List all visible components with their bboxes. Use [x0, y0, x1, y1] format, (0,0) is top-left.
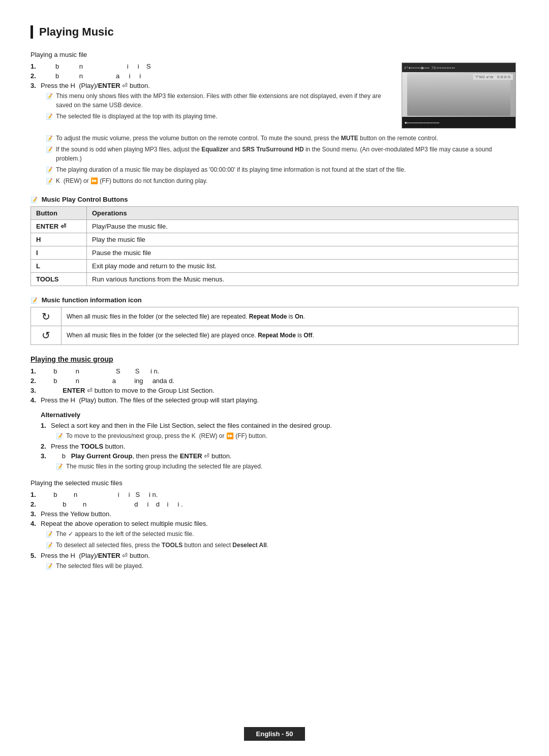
sel-note-1: 📝 The ✓ appears to the left of the selec…	[46, 529, 518, 539]
note-text-5: The playing duration of a music file may…	[56, 165, 406, 174]
step-3: 3. Press the H (Play)/ENTER ⏎ button.	[30, 82, 391, 89]
playing-selected-label: Playing the selected music files	[30, 479, 518, 487]
icon-table: ↻ When all music files in the folder (or…	[30, 307, 518, 345]
note-icon-alt-1: 📝	[56, 432, 63, 440]
group-step-4: 4. Press the H (Play) button. The files …	[30, 396, 518, 404]
icon-loop-on: ↻	[31, 307, 62, 326]
btn-tools: TOOLS	[31, 273, 87, 286]
note-text-2: The selected file is displayed at the to…	[56, 112, 218, 121]
btn-enter: ENTER ⏎	[31, 220, 87, 233]
sel-step-4: 4. Repeat the above operation to select …	[30, 520, 518, 527]
tv-bottom-bar: ■▪▪▪▪▪▪▪▪▪▪▪▪▪▪▪▪▪▪▪▪▪▪▪	[402, 117, 515, 128]
alt-note-1-text: To move to the previous/next group, pres…	[66, 431, 267, 440]
note-4: 📝 If the sound is odd when playing MP3 f…	[46, 145, 518, 163]
sel-step-1: 1. b n i i S i n.	[30, 491, 518, 498]
btn-i: I	[31, 246, 87, 260]
alt-step-3-text: b Play Gurrent Group, then press the ENT…	[51, 452, 232, 460]
playing-group-title: Playing the music group	[30, 355, 518, 363]
icon-table-row-1: ↻ When all music files in the folder (or…	[31, 307, 518, 326]
group-step-3-num: 3.	[30, 387, 41, 394]
sel-note-3: 📝 The selected files will be played.	[46, 561, 518, 571]
note-icon-5: 📝	[46, 166, 53, 174]
sel-note-3-text: The selected files will be played.	[56, 561, 143, 571]
note-icon-func: 📝	[30, 297, 38, 303]
step-2-num: 2.	[30, 72, 41, 80]
music-control-header-text: Music Play Control Buttons	[42, 196, 128, 203]
group-step-2: 2. b n a ing anda d.	[30, 377, 518, 385]
top-left-content: 1. b n i i S 2. b n a i i 3.	[30, 62, 391, 129]
sel-step-4-num: 4.	[30, 520, 41, 527]
sel-step-3-num: 3.	[30, 510, 41, 518]
note-icon-6: 📝	[46, 177, 53, 185]
table-row: ENTER ⏎ Play/Pause the music file.	[31, 220, 518, 233]
op-tools: Run various functions from the Music men…	[87, 273, 518, 286]
group-step-2-num: 2.	[30, 377, 41, 385]
table-row: TOOLS Run various functions from the Mus…	[31, 273, 518, 286]
note-5: 📝 The playing duration of a music file m…	[46, 165, 518, 174]
note-text-3: To adjust the music volume, press the vo…	[56, 134, 438, 143]
sel-step-4-text: Repeat the above operation to select mul…	[41, 520, 208, 527]
playing-a-music-file-section: Playing a music file 1. b n i i S 2. b n	[30, 51, 518, 185]
icon-loop-off-text: When all music files in the folder (or t…	[62, 326, 518, 345]
music-function-icon-section: 📝 Music function information icon ↻ When…	[30, 296, 518, 345]
btn-h: H	[31, 233, 87, 246]
note-text-4: If the sound is odd when playing MP3 fil…	[56, 145, 518, 163]
page-footer: English - 50	[0, 727, 549, 741]
sel-step-2-text: b n d i d i i .	[41, 500, 183, 508]
op-h: Play the music file	[87, 233, 518, 246]
col-operations: Operations	[87, 207, 518, 220]
alt-step-1: 1. Select a sort key and then in the Fil…	[41, 422, 518, 429]
step-1: 1. b n i i S	[30, 62, 391, 70]
note-icon-sel-3: 📝	[46, 562, 53, 571]
note-icon-4: 📝	[46, 145, 53, 154]
alt-step-2-text: Press the TOOLS button.	[51, 443, 125, 450]
icon-loop-off: ↺	[31, 326, 62, 345]
tv-bottom-bar-text: ■▪▪▪▪▪▪▪▪▪▪▪▪▪▪▪▪▪▪▪▪▪▪▪	[405, 121, 440, 124]
alt-note-1: 📝 To move to the previous/next group, pr…	[56, 431, 518, 440]
page-title: Playing Music	[30, 25, 518, 39]
note-text-1: This menu only shows files with the MP3 …	[56, 91, 391, 110]
alternatively-section: Alternatively 1. Select a sort key and t…	[41, 411, 518, 471]
step-3-num: 3.	[30, 82, 41, 89]
note-1: 📝 This menu only shows files with the MP…	[46, 91, 391, 110]
playing-selected-music-files-section: Playing the selected music files 1. b n …	[30, 479, 518, 571]
tv-top-bar-text: #*●▪▪▪▪▪▪▶▪▪▪ 7E▪▪▪▪▪▪▪▪▪▪▪	[404, 66, 455, 70]
tv-side-info: 'T'W2 a"dr S:8:8:S:	[473, 74, 513, 80]
playing-a-music-file-label: Playing a music file	[30, 51, 518, 58]
note-icon-2: 📝	[46, 112, 53, 121]
note-text-6: K (REW) or ⏩ (FF) buttons do not functio…	[56, 176, 207, 185]
group-step-3: 3. ENTER ⏎ button to move to the Group L…	[30, 387, 518, 394]
sel-step-1-text: b n i i S i n.	[41, 491, 158, 498]
top-section: 1. b n i i S 2. b n a i i 3.	[30, 62, 518, 129]
icon-table-row-2: ↺ When all music files in the folder (or…	[31, 326, 518, 345]
alt-step-3-num: 3.	[41, 452, 51, 460]
control-table: Button Operations ENTER ⏎ Play/Pause the…	[30, 206, 518, 286]
music-play-control-section: 📝 Music Play Control Buttons Button Oper…	[30, 196, 518, 286]
sel-step-1-num: 1.	[30, 491, 41, 498]
group-step-3-text: ENTER ⏎ button to move to the Group List…	[41, 387, 215, 394]
alt-step-3: 3. b Play Gurrent Group, then press the …	[41, 452, 518, 460]
table-row: I Pause the music file	[31, 246, 518, 260]
step-1-text: b n i i S	[41, 62, 151, 70]
note-icon-sel-1: 📝	[46, 530, 53, 539]
control-table-header-row: Button Operations	[31, 207, 518, 220]
op-i: Pause the music file	[87, 246, 518, 260]
note-icon-3: 📝	[46, 134, 53, 143]
op-enter: Play/Pause the music file.	[87, 220, 518, 233]
note-icon-1: 📝	[46, 92, 53, 101]
table-row: L Exit play mode and return to the music…	[31, 260, 518, 273]
group-step-1-text: b n S S i n.	[41, 367, 159, 375]
btn-l: L	[31, 260, 87, 273]
tv-screenshot-container: #*●▪▪▪▪▪▪▶▪▪▪ 7E▪▪▪▪▪▪▪▪▪▪▪ 'T'W2 a"dr S…	[402, 62, 518, 129]
icon-loop-on-text: When all music files in the folder (or t…	[62, 307, 518, 326]
music-function-header: 📝 Music function information icon	[30, 296, 518, 304]
sel-note-2-text: To deselect all selected files, press th…	[56, 541, 268, 550]
alt-step-1-text: Select a sort key and then in the File L…	[51, 422, 332, 429]
sel-note-1-text: The ✓ appears to the left of the selecte…	[56, 529, 194, 539]
step-2: 2. b n a i i	[30, 72, 391, 80]
step-3-text: Press the H (Play)/ENTER ⏎ button.	[41, 82, 150, 89]
sel-step-2: 2. b n d i d i i .	[30, 500, 518, 508]
op-l: Exit play mode and return to the music l…	[87, 260, 518, 273]
group-step-4-text: Press the H (Play) button. The files of …	[41, 396, 259, 404]
group-step-1-num: 1.	[30, 367, 41, 375]
